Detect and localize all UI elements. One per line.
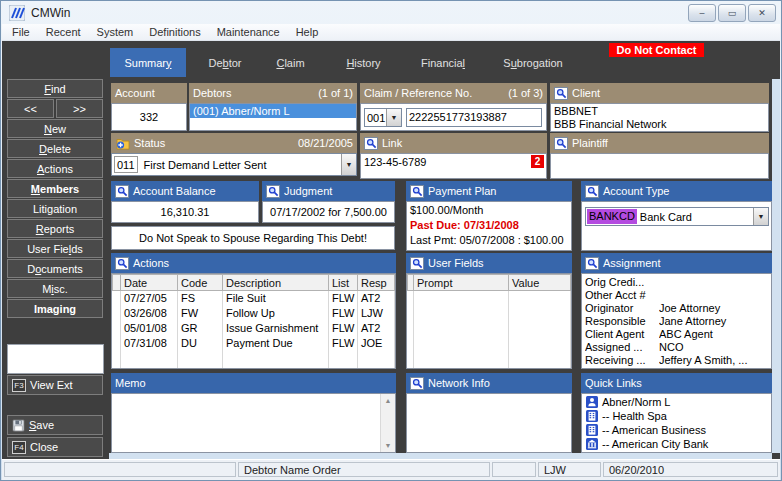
panel-title: Memo <box>115 377 146 389</box>
column-header-prompt[interactable]: Prompt <box>414 275 509 291</box>
scroll-down-icon[interactable]: ▼ <box>381 439 395 452</box>
account-type-code: BANKCD <box>587 209 637 224</box>
sidebar-button-prev[interactable]: << <box>7 99 54 118</box>
debtor-list-item[interactable]: (001) Abner/Norm L <box>190 104 356 118</box>
tab-history[interactable]: History <box>331 48 396 77</box>
sidebar-button-user-fields[interactable]: User Fields <box>7 239 103 258</box>
magnifier-icon[interactable] <box>364 137 378 150</box>
sidebar-button-find[interactable]: Find <box>7 79 103 98</box>
column-header-list[interactable]: List <box>329 275 358 291</box>
status-code: 011 <box>114 156 138 173</box>
link-body[interactable]: 123-45-6789 2 <box>360 153 547 179</box>
sidebar-button-view-ext[interactable]: F3 View Ext <box>7 375 103 395</box>
magnifier-icon[interactable] <box>554 137 568 150</box>
tab-claim[interactable]: Claim <box>263 48 318 77</box>
main-area: SummaryDebtorClaimHistoryFinancialSubrog… <box>2 41 780 459</box>
menu-item-maintenance[interactable]: Maintenance <box>209 24 288 40</box>
menu-item-system[interactable]: System <box>89 24 142 40</box>
chevron-down-icon[interactable]: ▼ <box>341 154 356 175</box>
assignment-label: Assigned ... <box>585 341 659 354</box>
sidebar-button-members[interactable]: Members <box>7 179 103 198</box>
magnifier-icon[interactable] <box>585 257 599 270</box>
panel-title: Link <box>382 137 402 149</box>
tab-subrogation[interactable]: Subrogation <box>488 48 578 77</box>
sidebar-button-next[interactable]: >> <box>56 99 103 118</box>
magnifier-icon[interactable] <box>410 185 424 198</box>
table-row-empty <box>408 321 571 331</box>
close-label: Close <box>30 441 58 453</box>
magnifier-icon[interactable] <box>115 185 129 198</box>
claim-seq-dropdown[interactable]: 001 ▼ <box>364 108 402 127</box>
assignment-label: Other Acct # <box>585 289 659 302</box>
action-table-row[interactable]: 03/26/08 FW Follow Up FLW LJW <box>113 306 395 321</box>
sidebar-button-documents[interactable]: Documents <box>7 259 103 278</box>
sidebar-button-save[interactable]: Save <box>7 415 103 435</box>
status-header: Status 08/21/2005 <box>111 133 357 153</box>
magnifier-icon[interactable] <box>554 87 568 100</box>
plaintiff-body <box>550 153 769 179</box>
assignment-label: Orig Credi... <box>585 276 659 289</box>
menu-item-file[interactable]: File <box>4 24 38 40</box>
column-header-date[interactable]: Date <box>121 275 178 291</box>
menu-item-definitions[interactable]: Definitions <box>141 24 208 40</box>
account-type-dropdown[interactable]: BANKCD Bank Card ▼ <box>585 207 769 226</box>
claim-count: (1 of 3) <box>508 87 543 99</box>
assignment-value <box>659 289 768 302</box>
tab-financial[interactable]: Financial <box>408 48 478 77</box>
sidebar-button-close[interactable]: F4 Close <box>7 437 103 457</box>
account-balance-header: Account Balance <box>111 181 259 201</box>
status-dropdown[interactable]: 011 First Demand Letter Sent ▼ <box>111 153 357 176</box>
column-header-code[interactable]: Code <box>178 275 223 291</box>
claim-reference-input[interactable]: 2222551773193887 <box>406 108 542 127</box>
table-header-row: Prompt Value <box>408 275 571 291</box>
sidebar-button-actions[interactable]: Actions <box>7 159 103 178</box>
magnifier-icon[interactable] <box>410 377 424 390</box>
quick-link-item[interactable]: -- Health Spa <box>584 409 769 423</box>
chevron-down-icon[interactable]: ▼ <box>753 208 768 225</box>
action-table-row[interactable]: 07/27/05 FS File Suit FLW AT2 <box>113 291 395 306</box>
table-row-empty <box>408 311 571 321</box>
sidebar-button-imaging[interactable]: Imaging <box>7 299 103 318</box>
sidebar-button-litigation[interactable]: Litigation <box>7 199 103 218</box>
sidebar-button-new[interactable]: New <box>7 119 103 138</box>
quick-link-item[interactable]: Abner/Norm L <box>584 395 769 409</box>
sidebar-button-reports[interactable]: Reports <box>7 219 103 238</box>
tab-summary[interactable]: Summary <box>110 48 186 77</box>
table-header-row: Date Code Description List Resp <box>113 275 395 291</box>
menu-item-recent[interactable]: Recent <box>38 24 89 40</box>
panel-title: Payment Plan <box>428 185 496 197</box>
column-header-value[interactable]: Value <box>509 275 571 291</box>
scroll-up-icon[interactable]: ▲ <box>381 394 395 407</box>
folder-plus-icon[interactable] <box>115 137 130 150</box>
magnifier-icon[interactable] <box>585 185 599 198</box>
app-window: CMWin – ▭ ✕ FileRecentSystemDefinitionsM… <box>0 0 782 481</box>
column-header-description[interactable]: Description <box>223 275 329 291</box>
menu-item-help[interactable]: Help <box>288 24 327 40</box>
column-header-resp[interactable]: Resp <box>358 275 395 291</box>
close-button[interactable]: ✕ <box>748 4 776 22</box>
tab-debtor[interactable]: Debtor <box>194 48 256 77</box>
memo-body[interactable]: ▲ ▼ <box>111 393 396 453</box>
sidebar-button-delete[interactable]: Delete <box>7 139 103 158</box>
quick-link-item[interactable]: -- American Business <box>584 423 769 437</box>
minimize-button[interactable]: – <box>688 4 716 22</box>
assignment-row: Orig Credi... <box>585 276 768 289</box>
link-count-badge[interactable]: 2 <box>531 155 544 168</box>
action-table-row[interactable]: 07/31/08 DU Payment Due FLW JOE <box>113 336 395 351</box>
chevron-down-icon[interactable]: ▼ <box>386 109 401 126</box>
debtors-count: (1 of 1) <box>318 87 353 99</box>
judgment-value: 07/17/2002 for 7,500.00 <box>262 201 395 223</box>
maximize-button[interactable]: ▭ <box>718 4 746 22</box>
account-type-body: BANKCD Bank Card ▼ <box>581 201 772 251</box>
magnifier-icon[interactable] <box>410 257 424 270</box>
memo-scrollbar[interactable]: ▲ ▼ <box>380 394 395 452</box>
judgment-header: Judgment <box>262 181 395 201</box>
action-table-row[interactable]: 05/01/08 GR Issue Garnishment FLW AT2 <box>113 321 395 336</box>
status-segment-empty <box>4 462 236 477</box>
magnifier-icon[interactable] <box>115 257 129 270</box>
client-header: Client <box>550 83 769 103</box>
magnifier-icon[interactable] <box>266 185 280 198</box>
sidebar-button-misc[interactable]: Misc. <box>7 279 103 298</box>
title-bar[interactable]: CMWin – ▭ ✕ <box>1 1 781 24</box>
quick-link-item[interactable]: -- American City Bank <box>584 437 769 451</box>
